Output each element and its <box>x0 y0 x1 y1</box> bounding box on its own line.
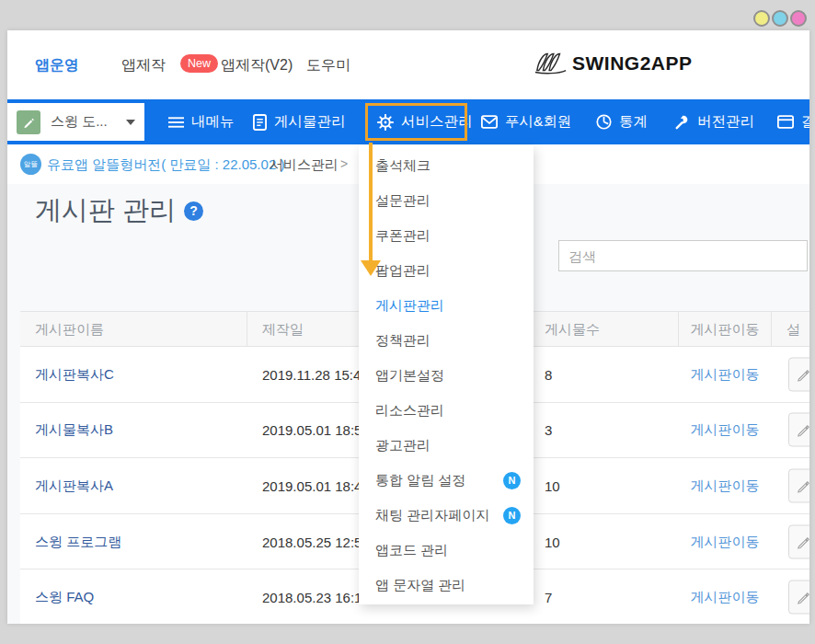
menu-item[interactable]: 앱기본설정 <box>359 358 534 393</box>
nav-my-menu[interactable]: 내메뉴 <box>168 99 235 144</box>
created-date: 2018.05.25 12:57 <box>262 534 370 549</box>
guide-arrow-line <box>369 143 373 260</box>
edit-board-button[interactable] <box>788 468 809 502</box>
menu-item-label: 채팅 관리자페이지 <box>375 507 489 524</box>
edit-board-button[interactable] <box>788 357 809 391</box>
menu-item[interactable]: 앱코드 관리 <box>359 533 534 568</box>
created-date: 2018.05.23 16:13 <box>262 590 370 605</box>
menu-item-label: 광고관리 <box>375 437 430 454</box>
gear-icon <box>377 114 394 131</box>
col-post-count: 게시물수 <box>545 312 600 346</box>
board-name-link[interactable]: 게시판복사C <box>35 365 114 383</box>
window-dot[interactable] <box>753 10 770 27</box>
header-nav-app-operation[interactable]: 앱운영 <box>35 56 79 75</box>
help-icon[interactable]: ? <box>184 201 203 221</box>
service-dropdown-menu: 출석체크설문관리쿠폰관리팝업관리게시판관리정책관리앱기본설정리소스관리광고관리통… <box>359 145 534 604</box>
created-date: 2019.05.01 18:51 <box>262 422 370 438</box>
column-divider <box>771 312 772 346</box>
pencil-icon <box>17 110 40 134</box>
swing2app-logo[interactable]: SWING2APP <box>534 51 693 75</box>
breadcrumb-section: 서비스관리 <box>270 144 339 184</box>
document-icon <box>253 114 267 131</box>
menu-item[interactable]: 팝업관리 <box>359 253 534 288</box>
menu-item-label: 게시판관리 <box>375 297 444 315</box>
edit-board-button[interactable] <box>788 581 809 615</box>
col-created-date: 제작일 <box>262 312 304 346</box>
quill-icon <box>534 51 568 75</box>
plan-badge: 알뜰 <box>20 154 41 175</box>
nav-label: 서비스관리 <box>401 112 473 132</box>
menu-item[interactable]: 채팅 관리자페이지N <box>359 498 534 533</box>
column-divider <box>678 312 679 346</box>
nav-payment[interactable]: 결 <box>777 99 809 144</box>
search-input[interactable] <box>558 240 808 271</box>
menu-item[interactable]: 리소스관리 <box>359 393 534 428</box>
nav-service-management[interactable]: 서비스관리 <box>377 99 473 144</box>
board-move-link[interactable]: 게시판이동 <box>679 533 771 550</box>
nav-statistics[interactable]: 통계 <box>596 99 648 144</box>
menu-item-label: 통합 알림 설정 <box>375 472 465 489</box>
menu-item[interactable]: 쿠폰관리 <box>359 218 534 253</box>
window-dot[interactable] <box>772 10 788 27</box>
card-icon <box>777 115 794 129</box>
menu-item[interactable]: 광고관리 <box>359 428 534 463</box>
board-move-link[interactable]: 게시판이동 <box>679 589 771 606</box>
board-name-link[interactable]: 스윙 프로그램 <box>35 533 121 550</box>
mail-icon <box>481 115 498 129</box>
pencil-icon <box>797 423 809 437</box>
n-badge: N <box>503 472 521 489</box>
post-count: 10 <box>545 534 560 549</box>
plan-link[interactable]: 유료앱 알뜰형버전( 만료일 : 22.05.02 ) <box>47 144 284 184</box>
nav-label: 결 <box>801 112 809 132</box>
created-date: 2019.05.01 18:49 <box>262 477 370 493</box>
wrench-icon <box>674 114 690 130</box>
window-dot[interactable] <box>790 10 807 27</box>
board-name-link[interactable]: 스윙 FAQ <box>35 589 94 606</box>
menu-item[interactable]: 게시판관리 <box>359 288 534 323</box>
header-nav-app-create[interactable]: 앱제작 <box>121 56 166 75</box>
menu-item[interactable]: 설문관리 <box>359 183 534 218</box>
menu-item-label: 출석체크 <box>375 157 430 175</box>
post-count: 10 <box>545 477 560 493</box>
nav-push-members[interactable]: 푸시&회원 <box>481 99 571 144</box>
menu-item-label: 설문관리 <box>375 192 430 210</box>
pencil-icon <box>797 535 809 548</box>
post-count: 7 <box>545 590 552 605</box>
nav-label: 게시물관리 <box>274 112 346 132</box>
logo-text: SWING2APP <box>572 52 693 75</box>
nav-label: 통계 <box>619 112 648 132</box>
page-title: 게시판 관리 <box>35 192 176 229</box>
top-header: 앱운영 앱제작 New 앱제작(V2) 도우미 SWING2APP <box>7 30 809 99</box>
pencil-icon <box>797 367 809 381</box>
nav-label: 내메뉴 <box>191 112 235 132</box>
header-nav-help[interactable]: 도우미 <box>306 56 350 75</box>
nav-post-management[interactable]: 게시물관리 <box>253 99 346 144</box>
app-selector-dropdown[interactable]: 스윙 도... <box>7 103 144 141</box>
new-badge: New <box>180 54 218 73</box>
board-name-link[interactable]: 게시물복사B <box>35 421 113 439</box>
menu-item-label: 쿠폰관리 <box>375 227 430 245</box>
menu-item[interactable]: 앱 문자열 관리 <box>359 568 534 603</box>
guide-arrow-head <box>361 260 381 276</box>
menu-item[interactable]: 정책관리 <box>359 323 534 358</box>
edit-board-button[interactable] <box>788 413 809 447</box>
board-move-link[interactable]: 게시판이동 <box>679 477 771 494</box>
stats-icon <box>596 114 612 130</box>
edit-board-button[interactable] <box>788 524 809 558</box>
menu-item-label: 정책관리 <box>375 332 430 350</box>
nav-version-management[interactable]: 버전관리 <box>674 99 754 144</box>
board-name-link[interactable]: 게시판복사A <box>35 477 113 494</box>
board-move-link[interactable]: 게시판이동 <box>679 365 771 383</box>
post-count: 3 <box>545 422 552 438</box>
menu-item[interactable]: 출석체크 <box>359 148 534 183</box>
nav-label: 푸시&회원 <box>505 112 571 132</box>
menu-item-label: 리소스관리 <box>375 402 444 420</box>
menu-item[interactable]: 통합 알림 설정N <box>359 463 534 498</box>
header-nav-app-create-v2[interactable]: 앱제작(V2) <box>221 56 293 75</box>
app-window: 앱운영 앱제작 New 앱제작(V2) 도우미 SWING2APP 스윙 도..… <box>7 30 809 624</box>
post-count: 8 <box>545 366 552 382</box>
created-date: 2019.11.28 15:49 <box>262 366 369 382</box>
menu-item-label: 앱코드 관리 <box>375 542 448 559</box>
board-move-link[interactable]: 게시판이동 <box>679 421 771 439</box>
col-board-name: 게시판이름 <box>35 312 104 346</box>
